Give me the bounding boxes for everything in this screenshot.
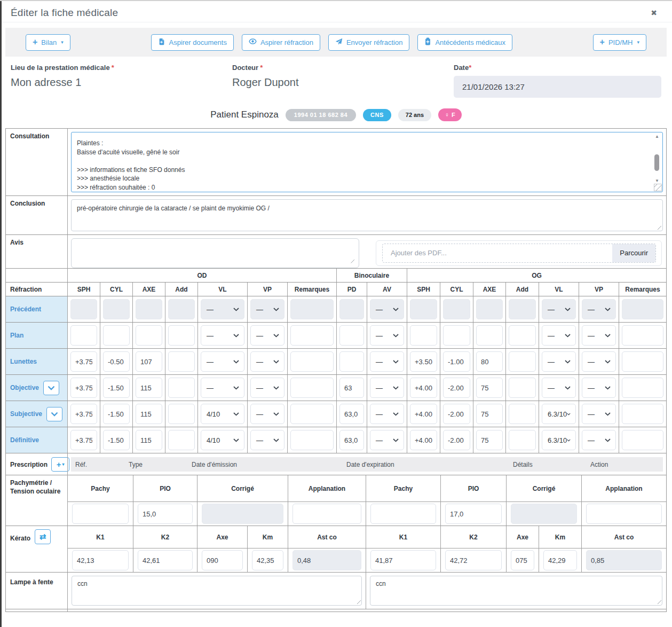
og-sph-input[interactable] (410, 351, 437, 372)
pid-mh-button[interactable]: + PID/MH ▾ (593, 34, 646, 51)
og-vl-select[interactable]: — (542, 378, 576, 398)
od-vp-select[interactable]: — (250, 299, 284, 319)
od-k1-input[interactable] (72, 550, 129, 570)
od-axe-input[interactable] (136, 404, 162, 424)
og-axe-input[interactable] (476, 404, 503, 424)
pd-input[interactable] (339, 351, 364, 372)
consultation-textarea[interactable]: Plaintes : Baisse d'acuité visuelle, gên… (71, 132, 663, 192)
od-remarques-input[interactable] (290, 378, 334, 398)
od-axe-input[interactable] (136, 430, 162, 450)
og-axe-input[interactable] (476, 299, 503, 319)
og-vp-select[interactable]: — (582, 404, 616, 424)
od-axe-input[interactable] (136, 351, 162, 372)
swap-icon[interactable]: ⇄ (35, 529, 51, 544)
od-vp-select[interactable]: — (250, 404, 284, 424)
og-remarques-input[interactable] (622, 351, 663, 372)
av-select[interactable]: — (370, 404, 404, 424)
od-vp-select[interactable]: — (250, 430, 284, 450)
og-axe-input[interactable] (476, 351, 503, 372)
od-sph-input[interactable] (70, 325, 97, 346)
pdf-dropzone[interactable]: Ajouter des PDF... Parcourir (382, 244, 656, 263)
od-vl-select[interactable]: — (201, 299, 244, 319)
od-vp-select[interactable]: — (250, 378, 284, 398)
aspirer-documents-button[interactable]: Aspirer documents (151, 34, 234, 51)
og-remarques-input[interactable] (622, 299, 663, 319)
bilan-button[interactable]: + Bilan ▾ (26, 34, 70, 51)
og-axe-input[interactable] (511, 550, 534, 570)
od-sph-input[interactable] (70, 378, 97, 398)
od-pio-input[interactable] (138, 504, 193, 524)
add-prescription-button[interactable]: +▾ (51, 457, 69, 472)
og-k2-input[interactable] (445, 550, 502, 570)
og-vl-select[interactable]: — (542, 299, 576, 319)
scrollbar-thumb[interactable] (654, 154, 659, 171)
od-add-input[interactable] (168, 351, 195, 372)
og-remarques-input[interactable] (622, 404, 663, 424)
og-cyl-input[interactable] (443, 299, 470, 319)
od-vp-select[interactable]: — (250, 351, 284, 372)
og-add-input[interactable] (509, 404, 536, 424)
resize-handle[interactable] (654, 184, 662, 191)
expand-objective-button[interactable] (43, 381, 59, 395)
og-axe-input[interactable] (476, 430, 503, 450)
docteur-value[interactable]: Roger Dupont (232, 76, 454, 89)
av-select[interactable]: — (370, 430, 404, 450)
og-vp-select[interactable]: — (582, 325, 616, 346)
od-add-input[interactable] (168, 378, 195, 398)
og-vp-select[interactable]: — (582, 378, 616, 398)
od-add-input[interactable] (168, 325, 195, 346)
pd-input[interactable] (339, 325, 364, 346)
og-add-input[interactable] (509, 299, 536, 319)
od-sph-input[interactable] (70, 430, 97, 450)
od-vl-select[interactable]: — (201, 325, 244, 346)
og-pachy-input[interactable] (370, 504, 436, 524)
od-vl-select[interactable]: — (201, 378, 244, 398)
og-cyl-input[interactable] (443, 404, 470, 424)
od-axe-input[interactable] (136, 325, 162, 346)
og-cyl-input[interactable] (443, 351, 470, 372)
og-vl-select[interactable]: — (542, 325, 576, 346)
od-vp-select[interactable]: — (250, 325, 284, 346)
od-pachy-input[interactable] (72, 504, 129, 524)
av-select[interactable]: — (370, 351, 404, 372)
pd-input[interactable] (339, 430, 364, 450)
pd-input[interactable] (339, 378, 364, 398)
og-cyl-input[interactable] (443, 378, 470, 398)
envoyer-refraction-button[interactable]: Envoyer réfraction (328, 34, 410, 51)
og-axe-input[interactable] (476, 378, 503, 398)
av-select[interactable]: — (370, 378, 404, 398)
od-cyl-input[interactable] (103, 378, 130, 398)
od-applanation-input[interactable] (292, 504, 361, 524)
avis-textarea[interactable] (71, 238, 359, 268)
og-vl-select[interactable]: — (542, 351, 576, 372)
lieu-value[interactable]: Mon adresse 1 (11, 76, 232, 89)
od-remarques-input[interactable] (290, 430, 334, 450)
od-sph-input[interactable] (70, 404, 97, 424)
og-sph-input[interactable] (410, 430, 437, 450)
od-vl-select[interactable]: 4/10 (201, 404, 244, 424)
og-remarques-input[interactable] (622, 430, 663, 450)
od-remarques-input[interactable] (290, 404, 334, 424)
od-cyl-input[interactable] (103, 430, 130, 450)
od-km-input[interactable] (252, 550, 283, 570)
od-vl-select[interactable]: 4/10 (201, 430, 244, 450)
od-cyl-input[interactable] (103, 404, 130, 424)
browse-button[interactable]: Parcourir (612, 244, 655, 262)
conclusion-textarea[interactable]: pré-opératoire chirurgie de la cataracte… (71, 199, 663, 231)
og-applanation-input[interactable] (586, 504, 662, 524)
og-add-input[interactable] (509, 430, 536, 450)
od-sph-input[interactable] (70, 351, 97, 372)
close-icon[interactable]: ✖ (649, 7, 659, 19)
od-add-input[interactable] (168, 404, 195, 424)
og-vl-select[interactable]: 6.3/10 (542, 430, 576, 450)
od-axe-input[interactable] (136, 299, 162, 319)
od-axe-input[interactable] (202, 550, 243, 570)
pd-input[interactable] (339, 404, 364, 424)
og-remarques-input[interactable] (622, 325, 663, 346)
og-cyl-input[interactable] (443, 325, 470, 346)
og-sph-input[interactable] (410, 325, 437, 346)
od-remarques-input[interactable] (290, 299, 334, 319)
av-select[interactable]: — (370, 299, 404, 319)
og-add-input[interactable] (509, 351, 536, 372)
expand-subjective-button[interactable] (46, 407, 62, 421)
